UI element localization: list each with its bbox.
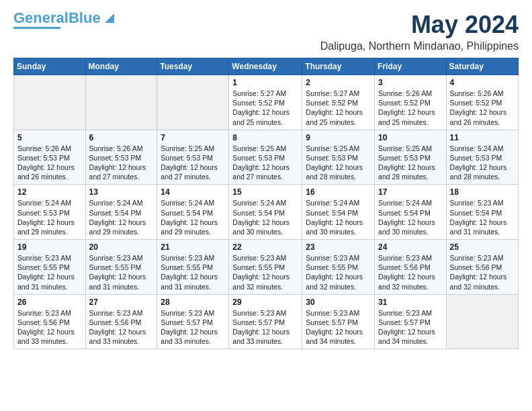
day-number: 26 [17,298,82,307]
calendar-cell: 12Sunrise: 5:24 AMSunset: 5:53 PMDayligh… [14,185,86,240]
day-info: Sunrise: 5:23 AMSunset: 5:55 PMDaylight:… [17,253,82,291]
day-number: 7 [161,133,225,142]
calendar-cell: 7Sunrise: 5:25 AMSunset: 5:53 PMDaylight… [157,130,229,185]
day-number: 30 [306,298,371,307]
header-saturday: Saturday [446,58,518,75]
logo-line [13,27,60,29]
day-number: 27 [89,298,154,307]
calendar-cell: 28Sunrise: 5:23 AMSunset: 5:57 PMDayligh… [157,294,229,349]
calendar-cell: 30Sunrise: 5:23 AMSunset: 5:57 PMDayligh… [302,294,375,349]
calendar-cell: 17Sunrise: 5:24 AMSunset: 5:54 PMDayligh… [375,185,447,240]
calendar-cell: 1Sunrise: 5:27 AMSunset: 5:52 PMDaylight… [229,75,302,130]
day-info: Sunrise: 5:23 AMSunset: 5:57 PMDaylight:… [161,308,225,347]
day-number: 19 [17,242,82,252]
calendar-cell: 29Sunrise: 5:23 AMSunset: 5:57 PMDayligh… [229,294,302,349]
calendar-cell: 19Sunrise: 5:23 AMSunset: 5:55 PMDayligh… [14,240,86,295]
calendar-cell: 11Sunrise: 5:24 AMSunset: 5:53 PMDayligh… [446,130,518,185]
day-info: Sunrise: 5:27 AMSunset: 5:52 PMDaylight:… [232,89,298,127]
day-info: Sunrise: 5:23 AMSunset: 5:56 PMDaylight:… [89,308,154,347]
day-number: 5 [17,133,82,142]
calendar-cell: 14Sunrise: 5:24 AMSunset: 5:54 PMDayligh… [157,185,229,240]
day-number: 11 [450,133,515,142]
calendar-cell: 3Sunrise: 5:26 AMSunset: 5:52 PMDaylight… [375,75,447,130]
day-number: 31 [378,298,443,307]
day-info: Sunrise: 5:24 AMSunset: 5:54 PMDaylight:… [161,198,225,236]
day-info: Sunrise: 5:23 AMSunset: 5:54 PMDaylight:… [450,198,515,236]
day-info: Sunrise: 5:23 AMSunset: 5:57 PMDaylight:… [378,308,443,347]
day-number: 23 [306,242,371,252]
day-number: 21 [161,242,225,252]
calendar-table: Sunday Monday Tuesday Wednesday Thursday… [13,58,519,349]
calendar-header-row: Sunday Monday Tuesday Wednesday Thursday… [14,58,519,75]
day-number: 14 [161,187,225,197]
day-number: 18 [450,187,515,197]
header-tuesday: Tuesday [157,58,229,75]
calendar-cell: 26Sunrise: 5:23 AMSunset: 5:56 PMDayligh… [14,294,86,349]
day-number: 4 [450,78,515,87]
day-info: Sunrise: 5:25 AMSunset: 5:53 PMDaylight:… [232,144,298,182]
day-number: 3 [378,78,443,87]
day-number: 13 [89,187,154,197]
calendar-cell: 15Sunrise: 5:24 AMSunset: 5:54 PMDayligh… [229,185,302,240]
calendar-cell: 23Sunrise: 5:23 AMSunset: 5:55 PMDayligh… [302,240,375,295]
day-number: 24 [378,242,443,252]
day-number: 22 [232,242,298,252]
header-wednesday: Wednesday [229,58,302,75]
day-info: Sunrise: 5:25 AMSunset: 5:53 PMDaylight:… [161,144,225,182]
day-info: Sunrise: 5:24 AMSunset: 5:53 PMDaylight:… [17,198,82,236]
calendar-cell: 24Sunrise: 5:23 AMSunset: 5:56 PMDayligh… [375,240,447,295]
day-info: Sunrise: 5:25 AMSunset: 5:53 PMDaylight:… [378,144,443,182]
calendar-cell: 13Sunrise: 5:24 AMSunset: 5:54 PMDayligh… [85,185,157,240]
day-number: 2 [306,78,371,87]
calendar-cell [446,294,518,349]
day-info: Sunrise: 5:23 AMSunset: 5:56 PMDaylight:… [17,308,82,347]
title-block: May 2024 Dalipuga, Northern Mindanao, Ph… [320,11,519,52]
day-number: 17 [378,187,443,197]
calendar-cell: 31Sunrise: 5:23 AMSunset: 5:57 PMDayligh… [375,294,447,349]
header-friday: Friday [375,58,447,75]
header: GeneralBlue May 2024 Dalipuga, Northern … [13,11,519,52]
day-number: 6 [89,133,154,142]
calendar-cell: 21Sunrise: 5:23 AMSunset: 5:55 PMDayligh… [157,240,229,295]
main-title: May 2024 [320,11,519,39]
day-number: 9 [306,133,371,142]
logo-general: General [13,9,69,26]
calendar-week-row: 12Sunrise: 5:24 AMSunset: 5:53 PMDayligh… [14,185,519,240]
page: GeneralBlue May 2024 Dalipuga, Northern … [0,0,532,360]
day-number: 25 [450,242,515,252]
calendar-cell: 18Sunrise: 5:23 AMSunset: 5:54 PMDayligh… [446,185,518,240]
day-info: Sunrise: 5:26 AMSunset: 5:53 PMDaylight:… [17,144,82,182]
logo: GeneralBlue [13,11,114,29]
day-info: Sunrise: 5:24 AMSunset: 5:54 PMDaylight:… [378,198,443,236]
calendar-cell: 20Sunrise: 5:23 AMSunset: 5:55 PMDayligh… [85,240,157,295]
calendar-cell: 5Sunrise: 5:26 AMSunset: 5:53 PMDaylight… [14,130,86,185]
calendar-cell: 4Sunrise: 5:26 AMSunset: 5:52 PMDaylight… [446,75,518,130]
day-number: 20 [89,242,154,252]
day-info: Sunrise: 5:23 AMSunset: 5:55 PMDaylight:… [161,253,225,291]
header-monday: Monday [85,58,157,75]
day-number: 12 [17,187,82,197]
calendar-cell [85,75,157,130]
day-number: 29 [232,298,298,307]
calendar-week-row: 19Sunrise: 5:23 AMSunset: 5:55 PMDayligh… [14,240,519,295]
day-info: Sunrise: 5:26 AMSunset: 5:53 PMDaylight:… [89,144,154,182]
day-number: 8 [232,133,298,142]
day-info: Sunrise: 5:24 AMSunset: 5:54 PMDaylight:… [89,198,154,236]
day-info: Sunrise: 5:25 AMSunset: 5:53 PMDaylight:… [306,144,371,182]
header-thursday: Thursday [302,58,375,75]
day-info: Sunrise: 5:24 AMSunset: 5:53 PMDaylight:… [450,144,515,182]
day-info: Sunrise: 5:27 AMSunset: 5:52 PMDaylight:… [306,89,371,127]
calendar-cell: 27Sunrise: 5:23 AMSunset: 5:56 PMDayligh… [85,294,157,349]
day-number: 15 [232,187,298,197]
logo-icon [102,12,114,24]
calendar-cell: 8Sunrise: 5:25 AMSunset: 5:53 PMDaylight… [229,130,302,185]
day-info: Sunrise: 5:23 AMSunset: 5:56 PMDaylight:… [450,253,515,291]
calendar-cell [157,75,229,130]
day-info: Sunrise: 5:26 AMSunset: 5:52 PMDaylight:… [450,89,515,127]
subtitle: Dalipuga, Northern Mindanao, Philippines [320,40,519,52]
day-info: Sunrise: 5:26 AMSunset: 5:52 PMDaylight:… [378,89,443,127]
day-info: Sunrise: 5:23 AMSunset: 5:55 PMDaylight:… [89,253,154,291]
day-info: Sunrise: 5:23 AMSunset: 5:57 PMDaylight:… [232,308,298,347]
calendar-cell: 25Sunrise: 5:23 AMSunset: 5:56 PMDayligh… [446,240,518,295]
calendar-week-row: 5Sunrise: 5:26 AMSunset: 5:53 PMDaylight… [14,130,519,185]
